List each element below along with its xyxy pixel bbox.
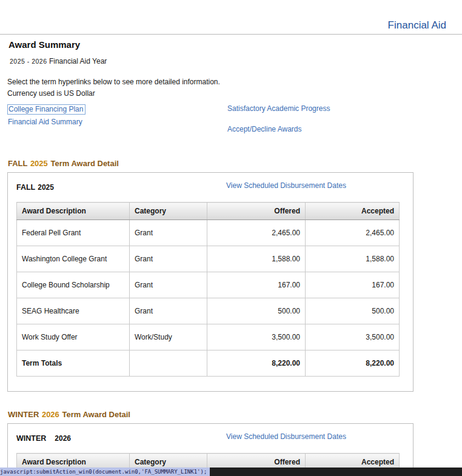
app-title: Financial Aid	[388, 19, 446, 34]
financial-aid-summary-link[interactable]: Financial Aid Summary	[8, 118, 82, 126]
main-content: Award Summary 2025 - 2026 Financial Aid …	[0, 39, 462, 476]
award-accepted: 167.00	[306, 272, 400, 298]
col-accepted: Accepted	[306, 203, 400, 220]
top-header: Financial Aid	[0, 0, 462, 34]
table-row: Federal Pell Grant Grant 2,465.00 2,465.…	[17, 220, 400, 246]
winter-heading-year: 2026	[41, 410, 60, 419]
award-offered: 167.00	[207, 272, 306, 298]
fall-award-table: Award Description Category Offered Accep…	[16, 202, 400, 377]
table-row: College Bound Scholarship Grant 167.00 1…	[17, 272, 400, 298]
fall-view-disbursement-dates-link[interactable]: View Scheduled Disbursement Dates	[226, 181, 346, 190]
page-title: Award Summary	[8, 39, 462, 50]
header-divider	[0, 34, 462, 35]
table-row: Washington College Grant Grant 1,588.00 …	[17, 246, 400, 272]
winter-heading-term: WINTER	[8, 410, 39, 419]
aid-year-range: 2025 - 2026	[10, 58, 47, 65]
award-name: Washington College Grant	[17, 246, 130, 272]
fall-section-heading: FALL 2025 Term Award Detail	[8, 159, 462, 168]
col-category: Category	[130, 203, 207, 220]
page: Financial Aid Award Summary 2025 - 2026 …	[0, 0, 462, 476]
award-offered: 3,500.00	[207, 324, 306, 350]
award-name: College Bound Scholarship	[17, 272, 130, 298]
award-name: Work Study Offer	[17, 324, 130, 350]
col-award-description: Award Description	[17, 203, 130, 220]
award-accepted: 1,588.00	[306, 246, 400, 272]
award-category: Grant	[130, 272, 207, 298]
winter-view-disbursement-dates-link[interactable]: View Scheduled Disbursement Dates	[226, 432, 346, 441]
quick-links: College Financing Plan Financial Aid Sum…	[7, 103, 462, 150]
table-row: SEAG Healthcare Grant 500.00 500.00	[17, 298, 400, 324]
status-bar-filler	[210, 468, 462, 476]
browser-status-bar: javascript:submitAction_win0(document.wi…	[0, 468, 462, 476]
award-accepted: 2,465.00	[306, 220, 400, 246]
fall-heading-term: FALL	[8, 159, 27, 168]
award-offered: 2,465.00	[207, 220, 306, 246]
award-name: Federal Pell Grant	[17, 220, 130, 246]
term-totals-row: Term Totals 8,220.00 8,220.00	[17, 350, 400, 377]
satisfactory-academic-progress-link[interactable]: Satisfactory Academic Progress	[227, 104, 330, 113]
col-offered: Offered	[207, 203, 306, 220]
totals-accepted: 8,220.00	[306, 350, 400, 377]
award-offered: 500.00	[207, 298, 306, 324]
totals-label: Term Totals	[17, 350, 130, 377]
fall-award-box: FALL2025 View Scheduled Disbursement Dat…	[7, 172, 413, 392]
winter-box-term: WINTER	[16, 434, 46, 443]
winter-box-year: 2026	[46, 434, 71, 443]
table-row: Work Study Offer Work/Study 3,500.00 3,5…	[17, 324, 400, 350]
fall-box-head: FALL2025 View Scheduled Disbursement Dat…	[16, 181, 404, 195]
totals-offered: 8,220.00	[207, 350, 306, 377]
status-link-text: javascript:submitAction_win0(document.wi…	[0, 468, 210, 476]
aid-year-line: 2025 - 2026 Financial Aid Year	[10, 57, 462, 65]
award-category: Grant	[130, 220, 207, 246]
winter-box-head: WINTER2026 View Scheduled Disbursement D…	[16, 432, 404, 446]
currency-note: Currency used is US Dollar	[7, 89, 462, 98]
award-accepted: 3,500.00	[306, 324, 400, 350]
award-category: Grant	[130, 246, 207, 272]
award-accepted: 500.00	[306, 298, 400, 324]
aid-year-label: Financial Aid Year	[49, 57, 107, 65]
fall-box-term: FALL	[16, 183, 35, 192]
totals-category	[130, 350, 207, 377]
winter-section-heading: WINTER 2026 Term Award Detail	[8, 410, 462, 419]
award-category: Work/Study	[130, 324, 207, 350]
accept-decline-awards-link[interactable]: Accept/Decline Awards	[227, 125, 302, 133]
fall-heading-year: 2025	[30, 159, 49, 168]
instructions-text: Select the term hyperlinks below to see …	[7, 78, 462, 86]
college-financing-plan-link[interactable]: College Financing Plan	[7, 104, 85, 115]
fall-heading-suffix: Term Award Detail	[50, 159, 118, 168]
winter-heading-suffix: Term Award Detail	[62, 410, 130, 419]
award-category: Grant	[130, 298, 207, 324]
award-offered: 1,588.00	[207, 246, 306, 272]
award-name: SEAG Healthcare	[17, 298, 130, 324]
fall-box-year: 2025	[35, 183, 54, 192]
table-header-row: Award Description Category Offered Accep…	[17, 203, 400, 220]
